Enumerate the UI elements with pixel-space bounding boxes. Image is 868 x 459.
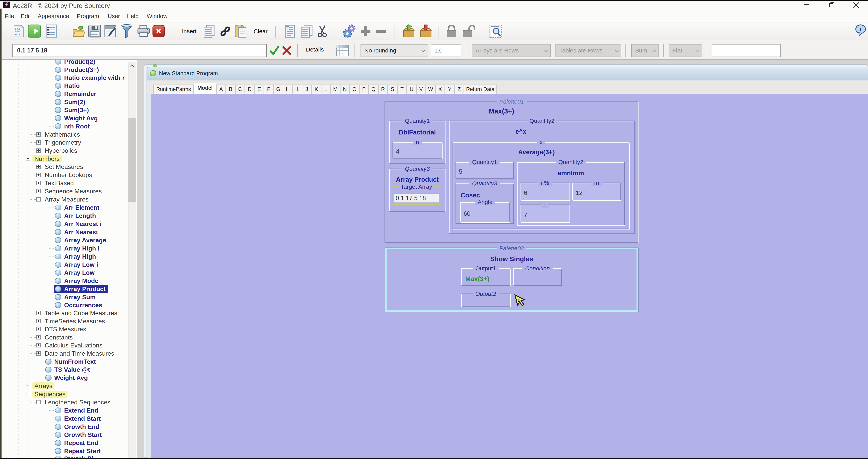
svg-text:i: i: [860, 26, 861, 32]
svg-text:0101: 0101: [15, 31, 20, 33]
svg-text:0 11: 0 11: [15, 28, 20, 30]
svg-text:1010: 1010: [15, 33, 20, 36]
